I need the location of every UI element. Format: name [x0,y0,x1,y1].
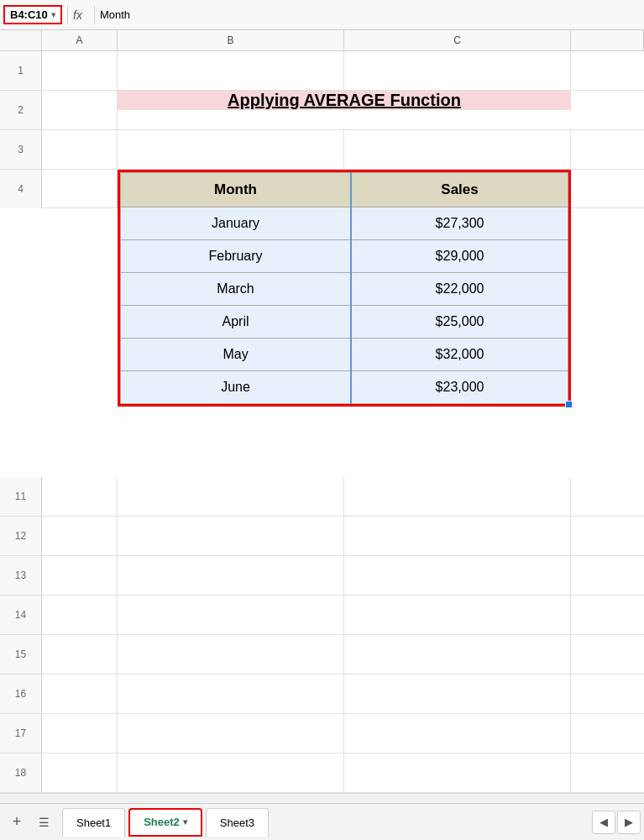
row-num-3: 3 [0,130,42,169]
sales-cell: $25,000 [351,306,568,339]
sheet1-tab[interactable]: Sheet1 [62,808,125,837]
row-num-corner [0,30,42,50]
cell-c18[interactable] [344,753,571,792]
cell-d17[interactable] [571,714,644,753]
row-num-2: 2 [0,91,42,129]
table-row: January$27,300 [121,207,568,240]
month-cell: January [121,207,352,240]
cell-c3[interactable] [344,130,571,169]
row-2: 2 Applying AVERAGE Function [0,91,644,130]
cell-d15[interactable] [571,635,644,674]
tab-nav-buttons: ◀ ▶ [590,811,641,834]
sheet3-label: Sheet3 [220,816,254,829]
table-row: May$32,000 [121,339,568,371]
cell-reference-box[interactable]: B4:C10 ▾ [3,5,62,24]
cell-b2[interactable]: Applying AVERAGE Function [118,91,344,129]
cell-d12[interactable] [571,517,644,555]
cell-b15[interactable] [118,635,344,674]
fx-icon: fx [73,8,82,22]
col-header-a: A [42,30,118,50]
table-row: March$22,000 [121,273,568,306]
cell-c1[interactable] [344,51,571,90]
cell-c14[interactable] [344,596,571,634]
month-cell: March [121,273,352,306]
sales-cell: $27,300 [351,207,568,240]
cell-ref-label: B4:C10 [10,8,48,21]
cell-d13[interactable] [571,556,644,595]
cell-b12[interactable] [118,517,344,555]
formula-content[interactable]: Month [100,8,641,21]
col-header-c: C [344,30,571,50]
formula-bar-separator1 [67,6,68,24]
sales-cell: $22,000 [351,273,568,306]
sheet-menu-button[interactable]: ☰ [30,809,57,836]
row-num-13: 13 [0,556,42,595]
row-12: 12 [0,517,644,556]
cell-d14[interactable] [571,596,644,634]
cell-a11[interactable] [42,477,118,516]
row-num-17: 17 [0,714,42,753]
cell-b3[interactable] [118,130,344,169]
cell-d4[interactable] [571,170,644,208]
row-4: 4 Month Sales J [0,170,644,208]
table-header-row: Month Sales [121,173,568,207]
cell-c13[interactable] [344,556,571,595]
sales-cell: $32,000 [351,339,568,371]
table-region: Month Sales January$27,300February$29,00… [118,170,571,207]
horizontal-scrollbar[interactable] [0,793,644,803]
cell-a16[interactable] [42,675,118,713]
cell-d11[interactable] [571,477,644,516]
row-14: 14 [0,596,644,635]
cell-a3[interactable] [42,130,118,169]
cell-a12[interactable] [42,517,118,555]
cell-a14[interactable] [42,596,118,634]
row-num-16: 16 [0,675,42,713]
selection-handle [565,401,573,408]
month-cell: February [121,240,352,273]
cell-a1[interactable] [42,51,118,90]
cell-c11[interactable] [344,477,571,516]
sheet2-dropdown-icon[interactable]: ▾ [183,817,187,827]
row-3: 3 [0,130,644,170]
cell-d3[interactable] [571,130,644,169]
cell-a18[interactable] [42,753,118,792]
add-sheet-button[interactable]: + [3,809,30,836]
cell-a15[interactable] [42,635,118,674]
cell-b1[interactable] [118,51,344,90]
cell-d2[interactable] [344,91,417,129]
cell-a2[interactable] [42,91,118,129]
col-header-d [571,30,644,50]
cell-c12[interactable] [344,517,571,555]
column-headers: A B C [0,30,644,51]
cell-d1[interactable] [571,51,644,90]
tab-prev-button[interactable]: ◀ [592,811,615,834]
col-header-b: B [118,30,344,50]
cell-c16[interactable] [344,675,571,713]
cell-c17[interactable] [344,714,571,753]
cell-b11[interactable] [118,477,344,516]
table-row: February$29,000 [121,240,568,273]
cell-d16[interactable] [571,675,644,713]
table-row: June$23,000 [121,371,568,404]
cell-ref-dropdown-icon[interactable]: ▾ [51,10,55,19]
row-15: 15 [0,635,644,675]
month-header: Month [121,173,352,207]
cell-d18[interactable] [571,753,644,792]
cell-a17[interactable] [42,714,118,753]
row-11: 11 [0,477,644,517]
cell-a13[interactable] [42,556,118,595]
row-num-15: 15 [0,635,42,674]
cell-b16[interactable] [118,675,344,713]
data-table: Month Sales January$27,300February$29,00… [120,172,568,404]
cell-b13[interactable] [118,556,344,595]
sheet2-tab[interactable]: Sheet2 ▾ [128,808,202,837]
tab-next-button[interactable]: ▶ [617,811,641,834]
cell-b17[interactable] [118,714,344,753]
cell-a4[interactable] [42,170,118,208]
tab-bar: + ☰ Sheet1 Sheet2 ▾ Sheet3 ◀ ▶ [0,803,644,840]
cell-b14[interactable] [118,596,344,634]
cell-c15[interactable] [344,635,571,674]
sheet2-label: Sheet2 [144,816,180,828]
cell-b18[interactable] [118,753,344,792]
sheet3-tab[interactable]: Sheet3 [206,808,269,837]
